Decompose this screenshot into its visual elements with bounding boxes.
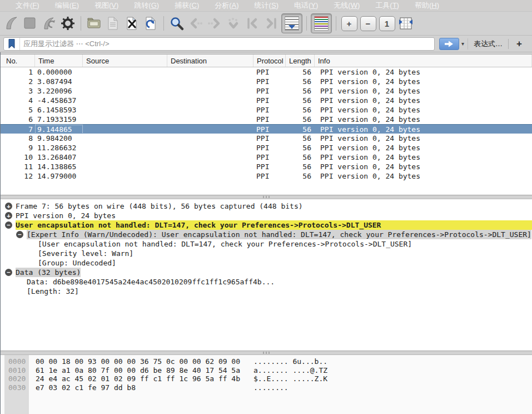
- collapse-toggle-icon[interactable]: −: [5, 221, 12, 229]
- packet-row[interactable]: 911.286632PPI56PPI version 0, 24 bytes: [1, 143, 532, 152]
- menu-bar: 文件(F) 编辑(E) 视图(V) 跳转(G) 捕获(C) 分析(A) 统计(S…: [0, 0, 532, 12]
- close-document-icon: [124, 16, 140, 31]
- detail-line-data-length[interactable]: [Length: 32]: [1, 287, 532, 296]
- filter-bookmark-button[interactable]: [4, 38, 20, 50]
- last-packet-button[interactable]: [262, 14, 280, 32]
- packet-row[interactable]: 1214.979000PPI56PPI version 0, 24 bytes: [1, 171, 532, 181]
- column-header-no[interactable]: No.: [1, 55, 35, 67]
- packet-details-pane: +Frame 7: 56 bytes on wire (448 bits), 5…: [1, 199, 532, 351]
- packet-row-selected[interactable]: 79.144865PPI56PPI version 0, 24 bytes: [1, 124, 532, 134]
- bookmark-icon: [7, 38, 16, 49]
- menu-edit[interactable]: 编辑(E): [47, 0, 87, 11]
- display-filter-field: [3, 37, 435, 51]
- add-filter-button[interactable]: +: [509, 38, 529, 50]
- open-file-button[interactable]: [85, 14, 103, 32]
- menu-view[interactable]: 视图(V): [87, 0, 126, 11]
- open-folder-icon: [86, 16, 102, 31]
- toolbar-separator: [336, 16, 336, 31]
- detail-line-user-encap-warning[interactable]: −User encapsulation not handled: DLT=147…: [1, 220, 532, 230]
- detail-line-frame[interactable]: +Frame 7: 56 bytes on wire (448 bits), 5…: [1, 201, 532, 211]
- packet-row[interactable]: 4-4.458637PPI56PPI version 0, 24 bytes: [1, 96, 532, 105]
- arrow-goto-icon: [226, 16, 241, 31]
- menu-statistics[interactable]: 统计(S): [247, 0, 286, 11]
- packet-row[interactable]: 89.984200PPI56PPI version 0, 24 bytes: [1, 134, 532, 143]
- colorize-toggle[interactable]: [311, 13, 332, 33]
- hex-row[interactable]: 61 1e a1 0a 80 7f 00 00d6 be 89 8e 40 17…: [29, 366, 532, 375]
- splitter-grip-icon: [263, 352, 270, 354]
- zoom-in-button[interactable]: +: [340, 14, 358, 32]
- plus-icon: +: [341, 16, 357, 31]
- packet-row[interactable]: 23.087494PPI56PPI version 0, 24 bytes: [1, 77, 532, 86]
- restart-capture-button[interactable]: [40, 14, 58, 32]
- auto-scroll-toggle[interactable]: [281, 13, 302, 33]
- packet-row[interactable]: 1114.138865PPI56PPI version 0, 24 bytes: [1, 162, 532, 171]
- menu-help[interactable]: 帮助(H): [407, 0, 447, 11]
- detail-line-ppi[interactable]: +PPI version 0, 24 bytes: [1, 211, 532, 220]
- hex-row[interactable]: e7 03 02 c1 fe 97 dd b8........: [29, 383, 532, 392]
- hex-row[interactable]: 00 00 18 00 93 00 00 0036 75 0c 00 00 62…: [29, 357, 532, 366]
- column-header-source[interactable]: Source: [83, 55, 167, 67]
- menu-capture[interactable]: 捕获(C): [167, 0, 207, 11]
- pane-splitter[interactable]: [1, 351, 532, 355]
- column-header-info[interactable]: Info: [315, 55, 532, 67]
- zoom-out-button[interactable]: −: [359, 14, 377, 32]
- find-packet-button[interactable]: [168, 14, 186, 32]
- main-area: No. Time Source Destination Protocol Len…: [0, 52, 532, 414]
- arrow-first-icon: [245, 16, 260, 31]
- close-file-button[interactable]: [123, 14, 141, 32]
- apply-arrow-icon: [444, 40, 455, 48]
- expand-toggle-icon[interactable]: +: [5, 212, 12, 219]
- capture-options-button[interactable]: [59, 14, 77, 32]
- column-header-protocol[interactable]: Protocol: [253, 55, 286, 67]
- detail-line-severity[interactable]: [Severity level: Warn]: [1, 249, 532, 258]
- first-packet-button[interactable]: [243, 14, 261, 32]
- toolbar-separator: [163, 16, 164, 31]
- magnifier-icon: [169, 16, 185, 31]
- zoom-original-button[interactable]: 1: [378, 14, 396, 32]
- packet-row[interactable]: 56.1458593PPI56PPI version 0, 24 bytes: [1, 105, 532, 115]
- column-header-destination[interactable]: Destination: [167, 55, 253, 67]
- detail-line-data-bytes[interactable]: Data: d6be898e4017545a24e4ac4502010209ff…: [1, 277, 532, 287]
- detail-line-user-encap[interactable]: [User encapsulation not handled: DLT=147…: [1, 239, 532, 249]
- pane-splitter[interactable]: [1, 195, 532, 199]
- expand-toggle-icon[interactable]: +: [5, 203, 12, 210]
- hex-bytes-area: 00 00 18 00 93 00 00 0036 75 0c 00 00 62…: [29, 355, 532, 414]
- go-back-button[interactable]: [187, 14, 205, 32]
- stop-square-icon: [22, 16, 38, 31]
- hex-offset: 0030: [4, 383, 29, 392]
- save-file-button[interactable]: [104, 14, 122, 32]
- menu-telephony[interactable]: 电话(Y): [286, 0, 326, 11]
- detail-line-data-header[interactable]: −Data (32 bytes): [1, 268, 532, 277]
- packet-row[interactable]: 67.1933159PPI56PPI version 0, 24 bytes: [1, 115, 532, 124]
- menu-go[interactable]: 跳转(G): [126, 0, 167, 11]
- start-capture-button[interactable]: [2, 14, 20, 32]
- packet-row[interactable]: 1013.268407PPI56PPI version 0, 24 bytes: [1, 152, 532, 162]
- menu-file[interactable]: 文件(F): [8, 0, 47, 11]
- shark-fin-icon: [3, 16, 19, 31]
- detail-line-group[interactable]: [Group: Undecoded]: [1, 258, 532, 268]
- menu-tools[interactable]: 工具(T): [367, 0, 407, 11]
- packet-row[interactable]: 10.000000PPI56PPI version 0, 24 bytes: [1, 67, 532, 77]
- detail-line-expert-info[interactable]: −[Expert Info (Warn/Undecoded): User enc…: [1, 230, 532, 239]
- hex-offset: 0020: [4, 374, 29, 383]
- menu-wireless[interactable]: 无线(W): [326, 0, 367, 11]
- resize-columns-button[interactable]: [397, 14, 415, 32]
- reload-file-button[interactable]: [142, 14, 160, 32]
- resize-columns-icon: [398, 16, 414, 31]
- hex-row[interactable]: 24 e4 ac 45 02 01 02 09ff c1 ff 1c 96 5a…: [29, 374, 532, 383]
- packet-row[interactable]: 33.220096PPI56PPI version 0, 24 bytes: [1, 86, 532, 96]
- column-header-time[interactable]: Time: [35, 55, 83, 67]
- filter-toolbar: ▾ 表达式… +: [0, 36, 532, 52]
- go-to-packet-button[interactable]: [225, 14, 242, 32]
- apply-filter-button[interactable]: [439, 38, 459, 50]
- display-filter-input[interactable]: [20, 40, 434, 48]
- filter-dropdown-caret[interactable]: ▾: [459, 38, 468, 50]
- column-header-length[interactable]: Length: [286, 55, 315, 67]
- collapse-toggle-icon[interactable]: −: [5, 269, 12, 276]
- stop-capture-button[interactable]: [21, 14, 39, 32]
- menu-analyze[interactable]: 分析(A): [207, 0, 246, 11]
- wireshark-window: 文件(F) 编辑(E) 视图(V) 跳转(G) 捕获(C) 分析(A) 统计(S…: [0, 0, 532, 414]
- collapse-toggle-icon[interactable]: −: [16, 231, 23, 238]
- go-forward-button[interactable]: [206, 14, 223, 32]
- expression-button[interactable]: 表达式…: [468, 39, 508, 49]
